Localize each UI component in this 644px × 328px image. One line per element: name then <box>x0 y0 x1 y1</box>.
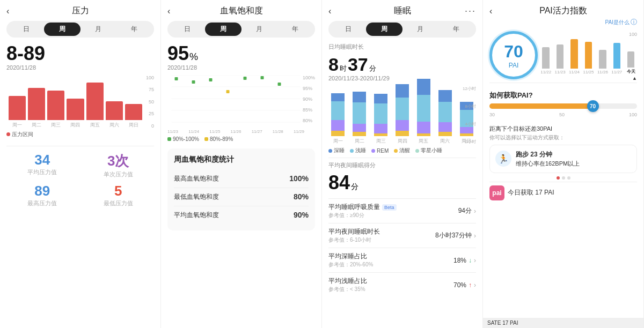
sleep-breathing[interactable]: 平均睡眠呼吸质量 Beta 参考值：≥90分 94分 › <box>328 199 476 223</box>
avg-score-label: 平均夜间睡眠得分 <box>328 161 476 169</box>
pressure-tabs: 日 周 月 年 <box>6 21 154 38</box>
pressure-bar-chart: 周一 周二 周三 周四 周五 周六 周日 <box>6 75 154 129</box>
svg-rect-7 <box>209 78 213 81</box>
light-sleep-ratio[interactable]: 平均浅睡占比 参考值：< 35% 70% ↑ › <box>328 273 476 297</box>
sleep-metrics: 平均睡眠呼吸质量 Beta 参考值：≥90分 94分 › 平均夜间睡眠时长 参考… <box>328 198 476 297</box>
pressure-panel: ‹ 压力 日 周 月 年 8-89 2020/11/28 周一 周二 周三 周四… <box>0 0 161 328</box>
sleep-tab-week[interactable]: 周 <box>366 23 402 36</box>
carousel-dots <box>489 176 637 180</box>
pressure-date: 2020/11/28 <box>6 64 154 71</box>
oxygen-big-number: 95 <box>167 43 189 64</box>
pai-back-icon[interactable]: ‹ <box>489 6 492 16</box>
oxygen-max-row: 最高血氧饱和度 100% <box>174 170 309 188</box>
min-pressure: 5 <box>83 183 155 199</box>
avg-pressure: 34 <box>6 152 78 168</box>
oxygen-tab-year[interactable]: 年 <box>277 23 313 36</box>
pai-title: PAI活力指数 <box>539 5 587 17</box>
oxygen-min-row: 最低血氧饱和度 80% <box>174 188 309 206</box>
oxygen-header: ‹ 血氧饱和度 <box>167 5 315 17</box>
pai-top-section: 70 PAI 100 11/22 11/23 11/24 <box>489 28 637 83</box>
pai-bottom-strip: SATE 17 PAI <box>483 318 643 328</box>
pai-progress-bar: 70 <box>489 103 637 109</box>
pai-circle: 70 PAI <box>489 31 538 79</box>
sleep-duration-metric[interactable]: 平均夜间睡眠时长 参考值：6-10小时 8小时37分钟 › <box>328 223 476 248</box>
dot-3 <box>567 176 570 180</box>
sleep-date-range: 2020/11/23-2020/11/29 <box>328 75 476 81</box>
sleep-more-icon[interactable]: ··· <box>465 5 476 17</box>
pai-header: ‹ PAI活力指数 <box>489 5 637 17</box>
pai-progress-labels: 30 50 100 <box>489 112 637 117</box>
sleep-panel: ‹ 睡眠 ··· 日 周 月 年 日均睡眠时长 8 时 37 分 2020/11… <box>322 0 483 328</box>
oxygen-tabs: 日 周 月 年 <box>167 21 315 38</box>
pressure-tab-week[interactable]: 周 <box>44 23 80 36</box>
pressure-tab-day[interactable]: 日 <box>8 23 44 36</box>
sleep-back-icon[interactable]: ‹ <box>328 6 331 16</box>
pai-today-icon: pai <box>489 185 504 200</box>
how-get-pai-title: 如何获取PAI? <box>489 91 637 100</box>
single-pressure: 3次 <box>83 152 155 170</box>
pressure-big-number: 8-89 <box>6 43 154 64</box>
oxygen-stats-title: 周血氧饱和度统计 <box>174 155 309 165</box>
pressure-legend: 压力区间 <box>6 131 154 138</box>
pressure-chart: 周一 周二 周三 周四 周五 周六 周日 100 75 50 25 0 <box>6 75 154 129</box>
sleep-duration: 8 时 37 分 <box>328 54 476 75</box>
sleep-chart: 12小时 8小时 4小时 0小时 周一 <box>328 86 476 145</box>
sleep-tab-year[interactable]: 年 <box>438 23 474 36</box>
max-pressure: 89 <box>6 183 78 199</box>
oxygen-chart: 100% 95% 90% 85% 80% 11/23 11/24 11/25 1… <box>167 75 315 134</box>
max-pressure-label: 最高压力值 <box>6 199 78 207</box>
oxygen-back-icon[interactable]: ‹ <box>167 6 170 16</box>
pai-progress-section: 70 30 50 100 <box>489 103 637 117</box>
single-pressure-label: 单次压力值 <box>83 170 155 178</box>
sleep-score-section: 平均夜间睡眠得分 84 分 <box>328 158 476 194</box>
deep-sleep-ratio[interactable]: 平均深睡占比 参考值：20%-60% 18% ↓ › <box>328 248 476 273</box>
oxygen-title: 血氧饱和度 <box>220 5 263 17</box>
svg-rect-9 <box>244 77 247 80</box>
svg-rect-11 <box>278 83 281 86</box>
run-suggestion: 🏃 跑步 23 分钟 维持心率在162BPM以上 <box>489 145 637 173</box>
avg-pressure-label: 平均压力值 <box>6 168 78 176</box>
pai-panel: ‹ PAI活力指数 PAI是什么 ⓘ 70 PAI 100 11/22 <box>483 0 644 328</box>
oxygen-unit: % <box>189 51 198 63</box>
sleep-duration-label: 日均睡眠时长 <box>328 43 476 51</box>
oxygen-stats: 周血氧饱和度统计 最高血氧饱和度 100% 最低血氧饱和度 80% 平均血氧饱和… <box>167 148 315 230</box>
run-text: 跑步 23 分钟 维持心率在162BPM以上 <box>516 150 580 168</box>
pai-what-section: PAI是什么 ⓘ <box>489 18 637 27</box>
dot-1 <box>557 176 560 180</box>
svg-rect-10 <box>261 76 264 79</box>
oxygen-legend: 90%-100% 80%-89% <box>167 136 315 142</box>
avg-score-value: 84 <box>328 172 350 194</box>
pressure-y-axis: 100 75 50 25 0 <box>146 75 154 129</box>
oxygen-tab-week[interactable]: 周 <box>205 23 241 36</box>
pressure-tab-year[interactable]: 年 <box>116 23 152 36</box>
pressure-title: 压力 <box>72 5 89 17</box>
run-icon: 🏃 <box>495 151 511 167</box>
pressure-back-icon[interactable]: ‹ <box>6 6 9 16</box>
pai-how-section: 如何获取PAI? 70 30 50 100 距离下个目标还差30PAI 你可以选… <box>489 83 637 204</box>
svg-rect-8 <box>226 90 230 93</box>
oxygen-date: 2020/11/28 <box>167 64 315 71</box>
pai-gap-sub: 你可以选择以下运动方式获取： <box>489 134 637 141</box>
sleep-legend: 深睡 浅睡 REM 清醒 零星小睡 <box>328 147 476 154</box>
oxygen-tab-day[interactable]: 日 <box>169 23 205 36</box>
sleep-header: ‹ 睡眠 ··· <box>328 5 476 17</box>
pai-gap-text: 距离下个目标还差30PAI <box>489 125 637 133</box>
sate-text: SATE 17 PAI <box>487 320 518 326</box>
oxygen-tab-month[interactable]: 月 <box>241 23 277 36</box>
sleep-tab-month[interactable]: 月 <box>402 23 438 36</box>
avg-score-unit: 分 <box>351 182 358 192</box>
pai-bar-chart: 100 11/22 11/23 11/24 11/25 <box>540 32 637 74</box>
pai-today-text: 今日获取 17 PAI <box>508 188 554 197</box>
oxygen-panel: ‹ 血氧饱和度 日 周 月 年 95 % 2020/11/28 <box>161 0 322 328</box>
pai-today-row: pai 今日获取 17 PAI <box>489 182 637 204</box>
pressure-tab-month[interactable]: 月 <box>80 23 116 36</box>
pai-bar-chart-section: 100 11/22 11/23 11/24 11/25 <box>540 29 637 81</box>
svg-rect-5 <box>175 77 178 80</box>
svg-rect-6 <box>192 80 195 84</box>
sleep-tabs: 日 周 月 年 <box>328 21 476 38</box>
pressure-stats: 34 平均压力值 3次 单次压力值 89 最高压力值 5 最低压力值 <box>6 146 154 207</box>
pai-what-link[interactable]: PAI是什么 ⓘ <box>605 18 637 27</box>
pressure-header: ‹ 压力 <box>6 5 154 17</box>
sleep-tab-day[interactable]: 日 <box>330 23 366 36</box>
dot-2 <box>562 176 565 180</box>
